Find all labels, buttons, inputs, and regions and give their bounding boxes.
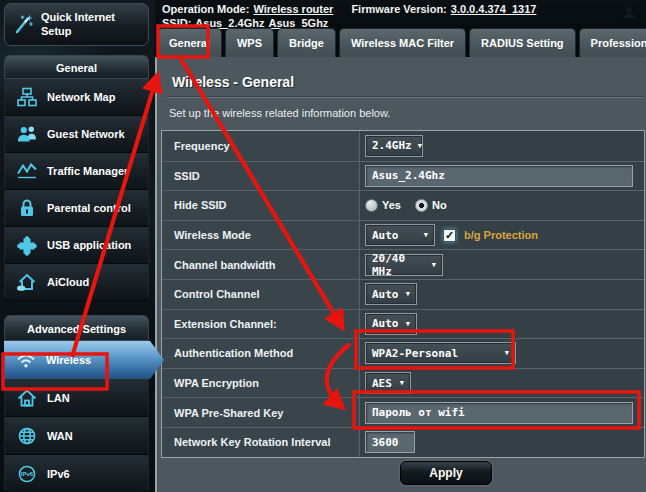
authentication-method-dropdown[interactable]: WPA2-Personal▼ — [365, 342, 516, 364]
ssid-input[interactable] — [365, 165, 633, 187]
tab-radius-setting[interactable]: RADIUS Setting — [469, 28, 576, 57]
wpa-encryption-dropdown[interactable]: AES▼ — [365, 372, 411, 394]
row-label: Authentication Method — [162, 339, 360, 368]
sidebar-item-label: IPv6 — [47, 468, 70, 480]
sidebar-item-wan[interactable]: WAN — [4, 417, 149, 455]
table-row-wpa-pre-shared-key: WPA Pre-Shared Key — [162, 397, 644, 427]
lock-icon — [16, 197, 38, 219]
apply-button[interactable]: Apply — [400, 461, 492, 485]
extension-channel-dropdown[interactable]: Auto▼ — [365, 313, 417, 335]
wireless-mode-dropdown[interactable]: Auto▼ — [365, 224, 435, 246]
house-icon — [16, 387, 38, 409]
sidebar-item-label: Parental control — [47, 202, 131, 214]
row-label: SSID — [162, 162, 360, 191]
wpa-pre-shared-key-input[interactable] — [365, 402, 633, 424]
svg-text:IPv6: IPv6 — [21, 471, 34, 477]
user-icon — [622, 5, 636, 19]
table-row-control-channel: Control Channel Auto▼ — [162, 279, 644, 309]
caret-down-icon: ▼ — [406, 290, 410, 298]
sidebar-item-network-map[interactable]: Network Map — [4, 79, 149, 116]
firmware-label: Firmware Version: — [351, 3, 446, 15]
sidebar-section-advanced-title: Advanced Settings — [4, 315, 149, 341]
bg-protection-checkbox[interactable]: ✓ — [443, 229, 456, 242]
table-row-hide-ssid: Hide SSID Yes No — [162, 190, 644, 220]
row-label: Network Key Rotation Interval — [162, 428, 360, 457]
sidebar-section-general-title: General — [4, 55, 149, 79]
sidebar-section-advanced-settings: Advanced Settings Wireless LAN WAN IPv6 … — [4, 315, 149, 492]
row-label: WPA Encryption — [162, 369, 360, 398]
table-row-wireless-mode: Wireless Mode Auto▼ ✓ b/g Protection — [162, 220, 644, 250]
sidebar-item-label: Network Map — [47, 91, 115, 103]
radio-selected-icon — [415, 199, 428, 212]
sidebar-item-label: Wireless — [46, 354, 91, 366]
table-row-authentication-method: Authentication Method WPA2-Personal▼ — [162, 338, 644, 368]
table-row-frequency: Frequency 2.4GHz▼ — [162, 131, 644, 161]
radio-unselected-icon — [365, 199, 378, 212]
row-label: WPA Pre-Shared Key — [162, 398, 360, 427]
page-title: Wireless - General — [172, 74, 294, 90]
traffic-chart-icon — [16, 160, 38, 182]
main-panel: Wireless - General Set up the wireless r… — [155, 57, 646, 492]
sidebar-item-ipv6[interactable]: IPv6 IPv6 — [4, 455, 149, 492]
row-label: Control Channel — [162, 280, 360, 309]
quick-internet-setup-button[interactable]: Quick Internet Setup — [4, 3, 149, 46]
row-label: Extension Channel: — [162, 310, 360, 339]
sidebar-item-label: Guest Network — [47, 128, 125, 140]
sidebar-section-general: General Network Map Guest Network Traffi… — [4, 55, 149, 301]
top-status-bar: Operation Mode:Wireless routerFirmware V… — [155, 0, 646, 57]
caret-down-icon: ▼ — [432, 261, 436, 269]
sidebar-item-label: Traffic Manager — [47, 165, 128, 177]
hide-ssid-no-radio[interactable]: No — [415, 199, 447, 212]
table-row-channel-bandwidth: Channel bandwidth 20/40 MHz▼ — [162, 249, 644, 279]
sidebar-item-lan[interactable]: LAN — [4, 379, 149, 417]
operation-mode-label: Operation Mode: — [162, 3, 249, 15]
sidebar-item-wireless[interactable]: Wireless — [4, 341, 164, 379]
sidebar: Quick Internet Setup General Network Map… — [0, 0, 155, 492]
tab-wireless-mac-filter[interactable]: Wireless MAC Filter — [339, 28, 466, 57]
tab-wps[interactable]: WPS — [225, 28, 274, 57]
network-key-rotation-input[interactable] — [365, 431, 415, 453]
guest-network-icon — [16, 123, 38, 145]
hide-ssid-radio-group: Yes No — [365, 199, 447, 212]
sidebar-item-parental-control[interactable]: Parental control — [4, 190, 149, 227]
caret-down-icon: ▼ — [505, 349, 509, 357]
channel-bandwidth-dropdown[interactable]: 20/40 MHz▼ — [365, 254, 443, 276]
caret-down-icon: ▼ — [424, 231, 428, 239]
title-divider — [167, 96, 643, 97]
quick-internet-setup-label: Quick Internet Setup — [41, 11, 137, 37]
network-map-icon — [16, 86, 38, 108]
hide-ssid-yes-radio[interactable]: Yes — [365, 199, 401, 212]
row-label: Channel bandwidth — [162, 250, 360, 279]
puzzle-piece-icon — [16, 234, 38, 256]
table-row-network-key-rotation: Network Key Rotation Interval — [162, 427, 644, 457]
row-label: Wireless Mode — [162, 221, 360, 250]
table-row-extension-channel: Extension Channel: Auto▼ — [162, 309, 644, 339]
sidebar-item-label: LAN — [47, 392, 70, 404]
row-label: Frequency — [162, 131, 360, 161]
caret-down-icon: ▼ — [406, 320, 410, 328]
bg-protection-label: b/g Protection — [464, 229, 538, 241]
wifi-icon — [15, 349, 37, 371]
frequency-dropdown[interactable]: 2.4GHz▼ — [365, 135, 423, 157]
aicloud-icon — [16, 271, 38, 293]
tab-general[interactable]: General — [157, 28, 222, 57]
sidebar-item-usb-application[interactable]: USB application — [4, 227, 149, 264]
sidebar-item-label: USB application — [47, 239, 131, 251]
operation-mode-link[interactable]: Wireless router — [253, 3, 333, 15]
row-label: Hide SSID — [162, 191, 360, 220]
sidebar-item-aicloud[interactable]: AiCloud — [4, 264, 149, 301]
wireless-settings-table: Frequency 2.4GHz▼ SSID Hide SSID Yes No … — [161, 130, 645, 458]
tab-bridge[interactable]: Bridge — [277, 28, 336, 57]
wireless-tabs: General WPS Bridge Wireless MAC Filter R… — [157, 28, 646, 57]
sidebar-item-label: AiCloud — [47, 276, 89, 288]
tab-professional[interactable]: Professional — [579, 28, 646, 57]
ipv6-globe-icon: IPv6 — [16, 463, 38, 485]
table-row-ssid: SSID — [162, 161, 644, 191]
sidebar-item-traffic-manager[interactable]: Traffic Manager — [4, 153, 149, 190]
page-description: Set up the wireless related information … — [169, 107, 390, 119]
firmware-version-link[interactable]: 3.0.0.4.374_1317 — [451, 3, 537, 15]
sidebar-item-guest-network[interactable]: Guest Network — [4, 116, 149, 153]
table-row-wpa-encryption: WPA Encryption AES▼ — [162, 368, 644, 398]
caret-down-icon: ▼ — [418, 142, 422, 150]
control-channel-dropdown[interactable]: Auto▼ — [365, 283, 417, 305]
